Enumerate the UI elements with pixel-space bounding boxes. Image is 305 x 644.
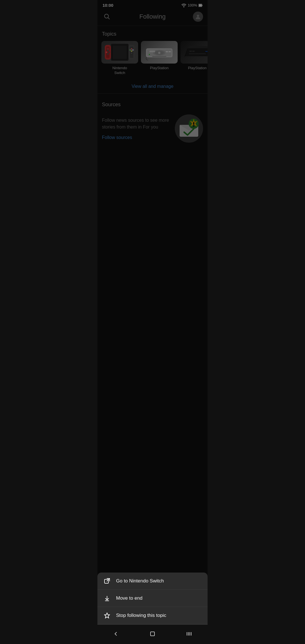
dim-overlay [97, 0, 208, 232]
